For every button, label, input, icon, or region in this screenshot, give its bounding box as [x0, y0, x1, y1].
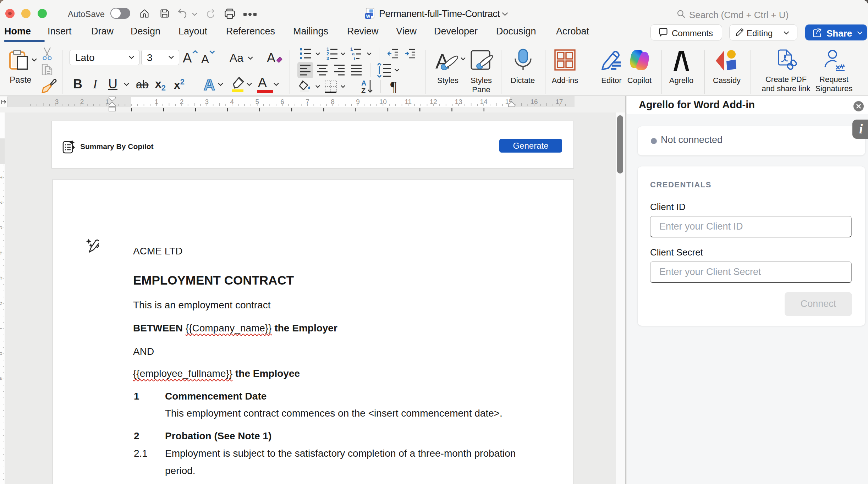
svg-text:1: 1 [0, 176, 4, 179]
svg-text:i: i [354, 56, 355, 61]
svg-text:6: 6 [0, 302, 4, 305]
svg-text:2: 2 [0, 201, 4, 204]
svg-text:3: 3 [326, 56, 329, 61]
svg-text:3: 3 [0, 226, 4, 229]
svg-text:Z: Z [361, 87, 366, 94]
svg-text:2: 2 [80, 98, 84, 105]
svg-text:3: 3 [55, 98, 59, 105]
svg-text:A: A [204, 76, 215, 93]
svg-text:4: 4 [0, 251, 4, 254]
svg-text:W: W [366, 14, 370, 19]
svg-text:A: A [361, 79, 366, 87]
svg-text:5: 5 [0, 276, 4, 280]
svg-text:9: 9 [0, 377, 4, 380]
svg-text:7: 7 [0, 327, 4, 330]
svg-text:8: 8 [0, 352, 4, 355]
